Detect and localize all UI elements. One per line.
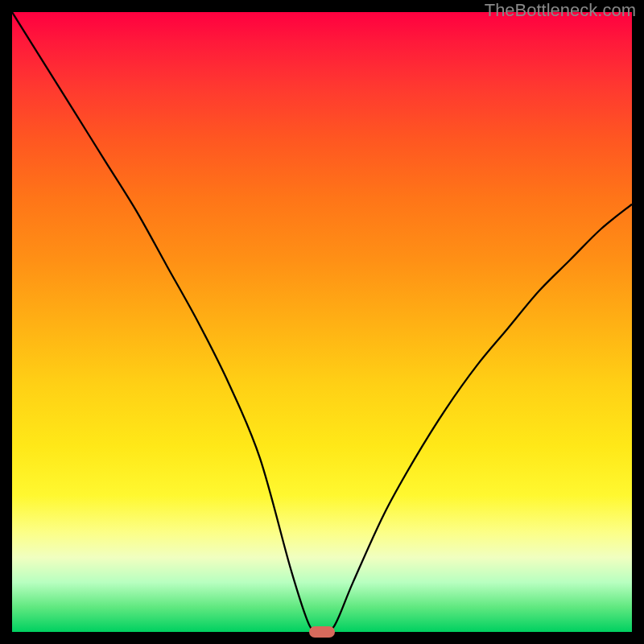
watermark-text: TheBottleneck.com bbox=[485, 0, 636, 21]
chart-container: TheBottleneck.com bbox=[0, 0, 644, 644]
optimum-marker bbox=[309, 626, 335, 638]
plot-gradient-background bbox=[12, 12, 632, 632]
